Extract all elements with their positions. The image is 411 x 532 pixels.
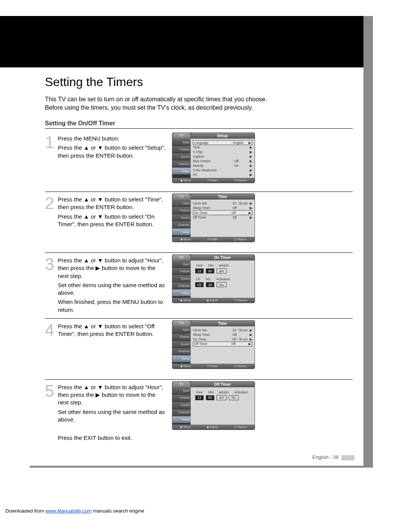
osd-side-item: Input (172, 326, 191, 334)
osd-tv-label: TV (173, 382, 190, 387)
step-number: 5 (45, 381, 58, 399)
step-number: 4 (45, 320, 58, 339)
step-text-line: Press the ▲ or ▼ button to adjust "Hour"… (58, 383, 167, 407)
step-number: 3 (45, 254, 58, 273)
step-text-line: Press the MENU button. (58, 135, 167, 142)
osd-footer: ◆ Move⏎ Enter⮌ Return (172, 178, 255, 183)
osd-list-row: Off TimerOff▶ (193, 215, 252, 220)
osd-list-row: Clock Set10 : 30 am▶ (193, 201, 252, 206)
step-text: Press the ▲ or ▼ button to adjust "Hour"… (58, 254, 172, 315)
step-text: Press the ▲ or ▼ button to adjust "Hour"… (58, 381, 172, 444)
step-text-line: Press the ▲ or ▼ button to select "Setup… (58, 144, 167, 160)
step-osd: TV On Timer InputPictureSoundChannelSetu… (172, 254, 256, 303)
step-osd: TV Time InputPictureSoundChannelSetup Cl… (172, 193, 256, 242)
osd-list-row: Blue Screen: Off▶ (193, 159, 252, 163)
osd-side-item: Sound (172, 153, 191, 160)
step-osd: TV Time InputPictureSoundChannelSetup Cl… (172, 320, 256, 369)
top-black-band (0, 16, 365, 67)
osd-footer: ▶ Move◆ Adjust⮌ Return (172, 425, 255, 430)
osd-main-panel: HourMinam/pm1200amChVol.Activation0310No (191, 260, 255, 298)
osd-list-row: Melody: On▶ (193, 163, 252, 168)
osd-side-item: Setup (172, 228, 191, 236)
osd-list-row: On Timer06 : 30 am▶ (193, 337, 252, 342)
osd-side-item: Setup (172, 289, 191, 297)
osd-timer-labels: ChVol.Activation (193, 276, 252, 282)
osd-tv-label: TV (173, 321, 190, 326)
step-4: 4 Press the ▲ or ▼ button to select "Off… (45, 319, 353, 380)
osd-title: Off Timer (191, 382, 254, 387)
osd-menu: TV Time InputPictureSoundChannelSetup Cl… (172, 193, 255, 242)
osd-side-item: Setup (172, 416, 191, 423)
osd-side-item: Sound (172, 214, 191, 221)
step-osd: TV Off Timer InputPictureSoundChannelSet… (172, 381, 256, 430)
osd-sidebar: InputPictureSoundChannelSetup (172, 139, 191, 178)
osd-sidebar: InputPictureSoundChannelSetup (172, 260, 191, 298)
osd-side-item: Picture (172, 146, 191, 153)
osd-main-panel: Clock Set10 : 30 am▶Sleep TimerOff▶On Ti… (191, 326, 255, 364)
step-text-line: Press the ▲ or ▼ button to select "Off T… (58, 323, 167, 338)
osd-title: Time (191, 194, 254, 200)
osd-timer-values: 1200am (193, 268, 252, 276)
osd-side-item: Sound (172, 341, 191, 348)
osd-side-item: Channel (172, 409, 191, 416)
download-pre: Downloaded from (5, 508, 46, 514)
osd-timer-values: 0310No (193, 282, 252, 289)
download-line: Downloaded from www.Manualslib.com manua… (5, 508, 144, 514)
step-text-line: Set other items using the same method as… (58, 408, 167, 424)
step-1: 1 Press the MENU button.Press the ▲ or ▼… (45, 131, 353, 192)
step-number: 1 (45, 133, 58, 151)
step-text-line: Press the ▲ or ▼ button to select "On Ti… (58, 213, 167, 228)
page-tab-marker (341, 455, 354, 460)
step-number: 2 (45, 193, 58, 212)
page-number: English - 39 (312, 454, 339, 460)
osd-list-row: On TimerOff▶ (193, 210, 252, 215)
osd-list-row: Sleep TimerOff▶ (193, 332, 252, 337)
osd-tv-label: TV (173, 133, 190, 139)
osd-menu: TV Setup InputPictureSoundChannelSetup L… (172, 133, 255, 183)
osd-footer: ▶ Move◆ Adjust⮌ Return (172, 298, 255, 303)
osd-side-item: Input (172, 260, 191, 268)
osd-side-item: Setup (172, 355, 191, 363)
section-heading: Setting the On/Off Timer (45, 120, 353, 129)
step-text: Press the ▲ or ▼ button to select "Off T… (58, 320, 172, 340)
osd-list-row: Language: English▶ (193, 140, 252, 145)
download-link[interactable]: www.Manualslib.com (46, 508, 92, 514)
osd-side-item: Channel (172, 282, 191, 289)
step-3: 3 Press the ▲ or ▼ button to adjust "Hou… (45, 253, 353, 319)
osd-list-row: Caption▶ (193, 154, 252, 159)
osd-timer-labels: HourMinam/pmActivation (193, 389, 252, 395)
step-text: Press the MENU button.Press the ▲ or ▼ b… (58, 133, 172, 161)
step-text-line: Press the ▲ or ▼ button to adjust "Hour"… (58, 257, 167, 280)
osd-side-item: Sound (172, 402, 191, 409)
osd-footer: ◆ Move⏎ Enter⮌ Return (172, 364, 255, 369)
step-text-line: Press the ▲ or ▼ button to select "Time"… (58, 196, 167, 211)
step-text-line: Set other items using the same method as… (58, 281, 167, 297)
step-2: 2 Press the ▲ or ▼ button to select "Tim… (45, 192, 353, 253)
page-content: Setting the Timers This TV can be set to… (30, 67, 363, 447)
osd-side-item: Sound (172, 275, 191, 282)
osd-side-item: Setup (172, 168, 191, 175)
osd-title: Time (191, 321, 254, 326)
osd-menu: TV Off Timer InputPictureSoundChannelSet… (172, 381, 255, 430)
step-text-line (58, 425, 167, 433)
osd-side-item: Channel (172, 160, 191, 168)
osd-list-row: Time▶ (193, 145, 252, 150)
osd-title: On Timer (191, 255, 254, 260)
step-text: Press the ▲ or ▼ button to select "Time"… (58, 193, 172, 230)
osd-list-row: V-Chip▶ (193, 150, 252, 154)
intro-paragraph: This TV can be set to turn on or off aut… (45, 95, 281, 112)
osd-menu: TV Time InputPictureSoundChannelSetup Cl… (172, 320, 255, 369)
osd-timer-values: 1200amNo (193, 395, 252, 403)
osd-tv-label: TV (173, 255, 190, 260)
osd-menu: TV On Timer InputPictureSoundChannelSetu… (172, 254, 255, 303)
osd-sidebar: InputPictureSoundChannelSetup (172, 200, 191, 237)
osd-side-item: Channel (172, 221, 191, 228)
download-post: manuals search engine (92, 508, 144, 514)
osd-side-item: Input (172, 139, 191, 146)
osd-sidebar: InputPictureSoundChannelSetup (172, 387, 191, 425)
osd-sidebar: InputPictureSoundChannelSetup (172, 326, 191, 364)
osd-main-panel: Language: English▶Time▶V-Chip▶Caption▶Bl… (191, 139, 255, 178)
step-osd: TV Setup InputPictureSoundChannelSetup L… (172, 133, 256, 183)
osd-side-item: Picture (172, 334, 191, 341)
osd-tv-label: TV (173, 194, 190, 200)
